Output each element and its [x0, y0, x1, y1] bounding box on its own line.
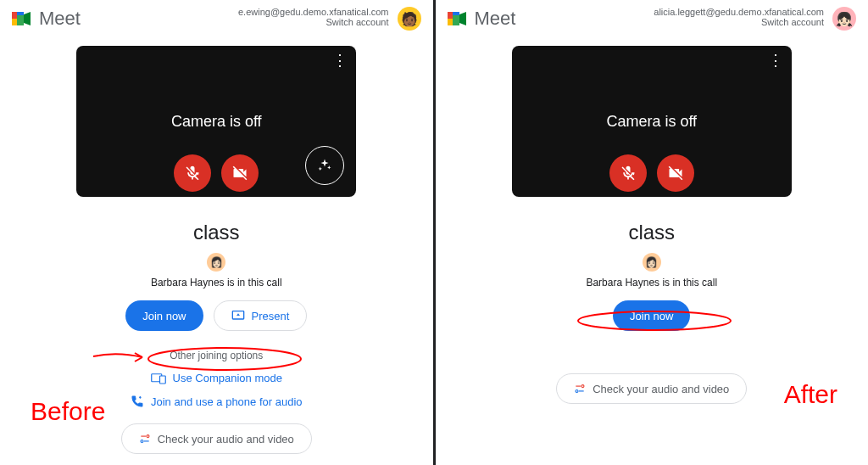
svg-rect-11	[448, 12, 453, 19]
video-preview: ⋮ Camera is off	[76, 46, 356, 197]
camera-off-button[interactable]	[221, 154, 259, 192]
camera-off-text: Camera is off	[171, 113, 262, 131]
camera-off-text: Camera is off	[606, 113, 697, 131]
svg-rect-15	[453, 12, 459, 15]
camera-off-icon	[231, 165, 248, 182]
effects-button[interactable]	[305, 146, 344, 185]
svg-marker-14	[459, 12, 466, 25]
svg-rect-12	[448, 19, 453, 25]
topbar-right: Meet alicia.leggett@gedu.demo.xfanatical…	[436, 0, 869, 31]
join-now-button[interactable]: Join now	[613, 300, 690, 331]
companion-icon	[151, 373, 166, 384]
svg-point-9	[141, 440, 143, 442]
camera-off-button[interactable]	[657, 154, 694, 192]
brand-text: Meet	[475, 8, 516, 30]
topbar-left: Meet e.ewing@gedu.demo.xfanatical.com Sw…	[0, 0, 433, 31]
join-now-button[interactable]: Join now	[125, 300, 203, 331]
mic-off-icon	[620, 165, 637, 182]
mic-off-icon	[184, 165, 201, 182]
phone-icon	[131, 395, 144, 408]
present-icon	[231, 310, 245, 322]
brand-text: Meet	[39, 8, 81, 30]
video-preview: ⋮ Camera is off	[512, 46, 792, 197]
check-av-label: Check your audio and video	[158, 433, 294, 445]
participant-text: Barbara Haynes is in this call	[586, 277, 717, 289]
svg-marker-3	[24, 12, 31, 25]
mic-off-button[interactable]	[609, 154, 647, 192]
sparkle-icon	[317, 158, 332, 173]
kebab-icon[interactable]: ⋮	[332, 53, 348, 68]
account-block: e.ewing@gedu.demo.xfanatical.com Switch …	[238, 7, 421, 31]
svg-rect-7	[159, 376, 165, 384]
arrow-annotation	[92, 350, 151, 367]
companion-label: Use Companion mode	[173, 372, 282, 384]
kebab-icon[interactable]: ⋮	[768, 53, 783, 68]
after-label: After	[784, 380, 837, 409]
account-email: e.ewing@gedu.demo.xfanatical.com	[238, 7, 389, 17]
svg-rect-0	[12, 12, 17, 19]
after-pane: Meet alicia.leggett@gedu.demo.xfanatical…	[436, 0, 869, 465]
sliders-icon	[139, 433, 151, 445]
check-av-label: Check your audio and video	[593, 383, 729, 395]
svg-rect-4	[17, 12, 24, 15]
participant-avatar: 👩🏻	[207, 253, 225, 272]
participant-avatar: 👩🏻	[643, 253, 661, 272]
check-av-button[interactable]: Check your audio and video	[556, 373, 747, 404]
account-email: alicia.leggett@gedu.demo.xfanatical.com	[654, 7, 824, 17]
meeting-name: class	[193, 221, 240, 244]
before-label: Before	[31, 397, 105, 426]
account-block: alicia.leggett@gedu.demo.xfanatical.com …	[654, 7, 856, 31]
svg-point-8	[147, 435, 149, 438]
avatar[interactable]: 🧑🏾	[398, 7, 421, 31]
sliders-icon	[574, 383, 586, 395]
companion-mode-link[interactable]: Use Companion mode	[151, 372, 282, 384]
switch-account-link[interactable]: Switch account	[326, 17, 389, 27]
present-button[interactable]: Present	[214, 300, 308, 331]
meeting-name: class	[628, 221, 675, 244]
other-options-label: Other joining options	[170, 350, 263, 361]
svg-point-16	[581, 385, 584, 388]
avatar[interactable]: 👧🏻	[832, 7, 856, 31]
phone-label: Join and use a phone for audio	[151, 395, 303, 408]
meet-logo-icon	[12, 9, 34, 28]
brand: Meet	[448, 8, 516, 30]
meet-logo-icon	[448, 9, 470, 28]
participant-text: Barbara Haynes is in this call	[151, 277, 282, 289]
join-now-label: Join now	[630, 310, 673, 322]
mic-off-button[interactable]	[174, 154, 211, 192]
brand: Meet	[12, 8, 81, 30]
check-av-button[interactable]: Check your audio and video	[121, 423, 312, 454]
phone-audio-link[interactable]: Join and use a phone for audio	[131, 395, 303, 408]
svg-rect-1	[12, 19, 17, 25]
camera-off-icon	[667, 165, 684, 182]
svg-point-17	[576, 389, 578, 392]
join-now-label: Join now	[142, 310, 186, 322]
switch-account-link[interactable]: Switch account	[761, 17, 824, 27]
before-pane: Meet e.ewing@gedu.demo.xfanatical.com Sw…	[0, 0, 433, 465]
present-label: Present	[252, 310, 290, 322]
